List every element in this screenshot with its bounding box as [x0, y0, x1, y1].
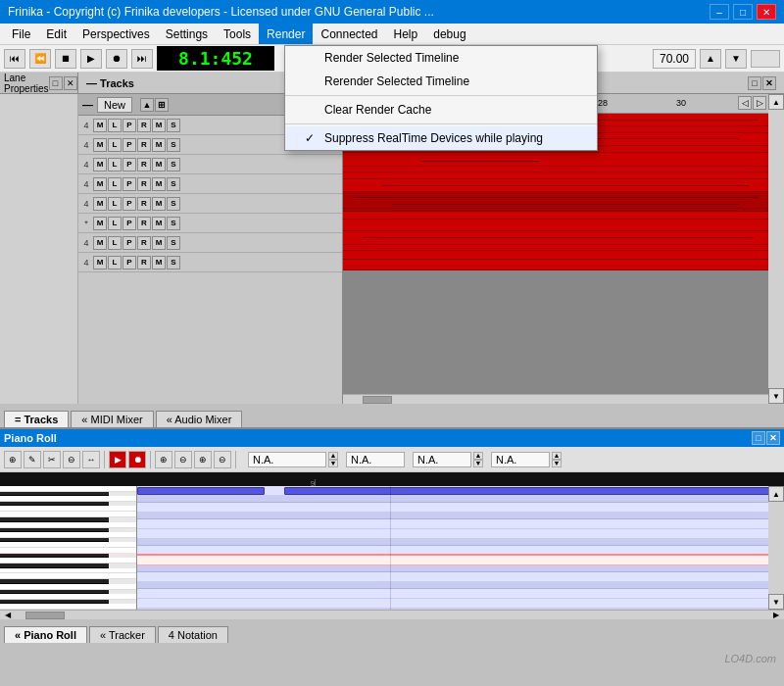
ms-button-6[interactable]: M [152, 217, 166, 230]
tracks-tab[interactable]: = Tracks [4, 411, 69, 427]
rewind-button[interactable]: ⏮ [4, 49, 25, 69]
pr-scroll-up[interactable]: ▲ [768, 486, 784, 502]
menu-connected[interactable]: Connected [313, 24, 385, 44]
tempo-display[interactable]: 70.00 [653, 49, 696, 69]
track-btn-b[interactable]: ⊞ [155, 98, 169, 112]
suppress-item[interactable]: ✓ Suppress RealTime Devices while playin… [285, 126, 597, 150]
ms-button-4[interactable]: M [152, 177, 166, 191]
listen-button-7[interactable]: L [108, 236, 122, 250]
record-arm-4[interactable]: R [137, 177, 151, 191]
ms-button-7[interactable]: M [152, 236, 166, 250]
listen-button-8[interactable]: L [108, 256, 122, 270]
ms-button-2[interactable]: M [152, 138, 166, 152]
pr-tool-4[interactable]: ⊖ [63, 451, 80, 468]
render-selected-item[interactable]: Render Selected Timeline [285, 46, 597, 70]
ruler-btn1[interactable]: ◁ [738, 96, 752, 110]
pr-input-4[interactable] [491, 452, 550, 467]
patch-button-1[interactable]: P [122, 119, 136, 132]
pr-zoom-in-v[interactable]: ⊕ [194, 451, 212, 468]
mute-button-2[interactable]: M [93, 138, 107, 152]
piano-roll-scrollbar[interactable]: ◀ ▶ [0, 610, 784, 619]
notation-tab[interactable]: 4 Notation [158, 626, 228, 643]
solo-button-4[interactable]: S [167, 177, 180, 191]
pr-tool-1[interactable]: ⊕ [4, 451, 22, 468]
pr-spin-down-1[interactable]: ▼ [328, 460, 338, 467]
close-button[interactable]: ✕ [757, 4, 776, 20]
rerender-selected-item[interactable]: Rerender Selected Timeline [285, 70, 597, 93]
mute-button-1[interactable]: M [93, 119, 107, 132]
record-arm-2[interactable]: R [137, 138, 151, 152]
patch-button-8[interactable]: P [122, 256, 136, 270]
back-button[interactable]: ⏪ [29, 49, 51, 69]
maximize-button[interactable]: □ [733, 4, 753, 20]
piano-roll-tab[interactable]: « Piano Roll [4, 626, 87, 643]
solo-button-2[interactable]: S [167, 138, 180, 152]
scroll-thumb[interactable] [363, 396, 392, 404]
tracks-btn1[interactable]: □ [748, 76, 761, 90]
record-arm-5[interactable]: R [137, 197, 151, 211]
scroll-up-button[interactable]: ▲ [768, 94, 784, 110]
record-arm-6[interactable]: R [137, 217, 151, 230]
tempo-down-button[interactable]: ▼ [725, 49, 747, 69]
menu-edit[interactable]: Edit [38, 24, 74, 44]
tempo-up-button[interactable]: ▲ [700, 49, 721, 69]
pr-spin-up-1[interactable]: ▲ [328, 452, 338, 460]
menu-render[interactable]: Render [259, 24, 313, 44]
patch-button-6[interactable]: P [122, 217, 136, 230]
listen-button-2[interactable]: L [108, 138, 122, 152]
minimize-button[interactable]: – [710, 4, 729, 20]
ms-button-8[interactable]: M [152, 256, 166, 270]
patch-button-7[interactable]: P [122, 236, 136, 250]
record-button[interactable]: ⏺ [106, 49, 127, 69]
stop-button[interactable]: ⏹ [55, 49, 76, 69]
mute-button-4[interactable]: M [93, 177, 107, 191]
patch-button-4[interactable]: P [122, 177, 136, 191]
ms-button-3[interactable]: M [152, 158, 166, 172]
pr-h-scroll-thumb[interactable] [25, 612, 65, 619]
audio-mixer-tab[interactable]: « Audio Mixer [156, 411, 243, 427]
pr-tool-2[interactable]: ✎ [24, 451, 41, 468]
pr-scroll-left[interactable]: ◀ [0, 612, 16, 619]
patch-button-2[interactable]: P [122, 138, 136, 152]
pr-zoom-out-h[interactable]: ⊖ [174, 451, 192, 468]
patch-button-3[interactable]: P [122, 158, 136, 172]
pr-tool-5[interactable]: ↔ [82, 451, 100, 468]
record-arm-7[interactable]: R [137, 236, 151, 250]
mute-button-8[interactable]: M [93, 256, 107, 270]
menu-settings[interactable]: Settings [158, 24, 216, 44]
ms-button-1[interactable]: M [152, 119, 166, 132]
ruler-btn2[interactable]: ▷ [753, 96, 766, 110]
pr-input-2[interactable] [346, 452, 405, 467]
solo-button-8[interactable]: S [167, 256, 180, 270]
solo-button-3[interactable]: S [167, 158, 180, 172]
menu-tools[interactable]: Tools [216, 24, 259, 44]
track-btn-a[interactable]: ▲ [140, 98, 154, 112]
listen-button-5[interactable]: L [108, 197, 122, 211]
pr-spin-up-3[interactable]: ▲ [473, 452, 483, 460]
mute-button-3[interactable]: M [93, 158, 107, 172]
ms-button-5[interactable]: M [152, 197, 166, 211]
menu-help[interactable]: Help [386, 24, 426, 44]
listen-button-1[interactable]: L [108, 119, 122, 132]
solo-button-1[interactable]: S [167, 119, 180, 132]
lane-prop-btn1[interactable]: □ [49, 76, 63, 90]
new-track-button[interactable]: New [97, 97, 132, 113]
pr-scroll-right[interactable]: ▶ [768, 612, 784, 619]
play-button[interactable]: ▶ [80, 49, 102, 69]
clear-cache-item[interactable]: Clear Render Cache [285, 98, 597, 122]
mute-button-6[interactable]: M [93, 217, 107, 230]
record-arm-8[interactable]: R [137, 256, 151, 270]
solo-button-5[interactable]: S [167, 197, 180, 211]
listen-button-6[interactable]: L [108, 217, 122, 230]
menu-file[interactable]: File [4, 24, 38, 44]
tracks-close[interactable]: ✕ [762, 76, 776, 90]
forward-button[interactable]: ⏭ [131, 49, 153, 69]
pr-spin-down-4[interactable]: ▼ [552, 460, 562, 467]
record-arm-3[interactable]: R [137, 158, 151, 172]
pr-tool-3[interactable]: ✂ [43, 451, 61, 468]
menu-debug[interactable]: debug [425, 24, 473, 44]
pr-input-3[interactable] [413, 452, 471, 467]
menu-perspectives[interactable]: Perspectives [74, 24, 158, 44]
pr-header-close[interactable]: ✕ [766, 431, 780, 445]
pr-red-btn1[interactable]: ▶ [109, 451, 126, 468]
